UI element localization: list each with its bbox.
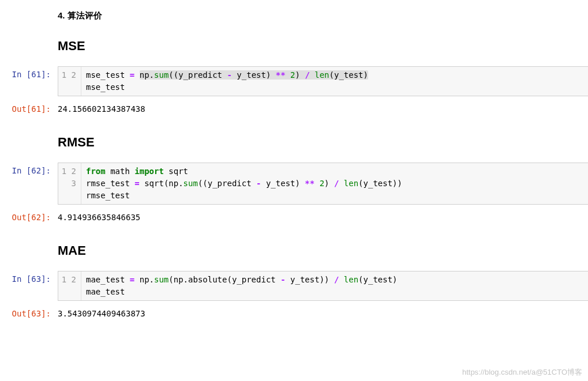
- line-number-gutter: 1 2: [58, 271, 81, 300]
- code-cell[interactable]: 1 2mae_test = np.sum(np.absolute(y_predi…: [58, 271, 588, 301]
- section-title: 4. 算法评价: [58, 10, 588, 21]
- output-text: 3.5430974409463873: [58, 305, 588, 322]
- subheading: MSE: [58, 39, 588, 54]
- code-content[interactable]: mae_test = np.sum(np.absolute(y_predict …: [81, 271, 588, 300]
- input-prompt: In [62]:: [0, 163, 58, 177]
- input-prompt: In [63]:: [0, 271, 58, 285]
- code-content[interactable]: mse_test = np.sum((y_predict - y_test) *…: [81, 67, 588, 96]
- input-prompt: In [61]:: [0, 66, 58, 81]
- code-cell[interactable]: 1 2mse_test = np.sum((y_predict - y_test…: [58, 66, 588, 96]
- watermark-text: https://blog.csdn.net/a@51CTO博客: [462, 367, 582, 378]
- subheading: MAE: [58, 243, 588, 258]
- line-number-gutter: 1 2 3: [58, 163, 81, 204]
- output-text: 4.914936635846635: [58, 209, 588, 226]
- code-cell[interactable]: 1 2 3from math import sqrt rmse_test = s…: [58, 163, 588, 205]
- output-prompt: Out[63]:: [0, 305, 58, 320]
- code-content[interactable]: from math import sqrt rmse_test = sqrt(n…: [81, 163, 588, 204]
- output-prompt: Out[61]:: [0, 101, 58, 115]
- output-text: 24.156602134387438: [58, 101, 588, 118]
- output-prompt: Out[62]:: [0, 209, 58, 224]
- line-number-gutter: 1 2: [58, 67, 81, 96]
- subheading: RMSE: [58, 135, 588, 150]
